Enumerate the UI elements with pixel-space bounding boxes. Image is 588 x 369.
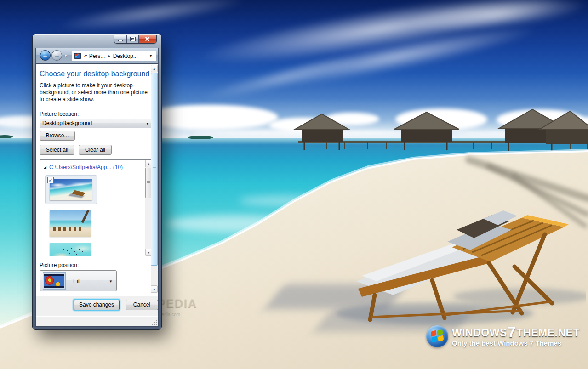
breadcrumb[interactable]: « Pers... ▶ Desktop... ▼ [72,51,156,61]
beach-umbrellas-thumbnail[interactable] [50,210,91,237]
brand-theme-net: THEME.NET [517,328,580,338]
brand-tagline: Only the best Windows 7 Themes [452,340,580,346]
clear-all-button[interactable]: Clear all [79,145,112,155]
windows-flag-icon [430,329,444,342]
thumbnail-checkbox[interactable]: ✓ [47,177,54,183]
caption-buttons [114,35,157,44]
picture-location-value: DesktopBackground [42,120,92,126]
resize-grip[interactable] [152,320,157,325]
cancel-button[interactable]: Cancel [126,300,158,310]
distant-island [188,136,213,139]
page-title: Choose your desktop background [40,70,158,78]
close-icon [145,37,150,41]
brand-seven: 7 [508,326,516,338]
breadcrumb-separator-icon[interactable]: ▶ [106,54,112,58]
picture-position-label: Picture position: [40,262,158,268]
fit-preview-frame [43,272,66,290]
breadcrumb-item-personalization[interactable]: Pers... [88,53,106,59]
picture-position-value: Fit [73,278,80,284]
beach-lounger-thumbnail[interactable] [50,179,92,200]
browse-button[interactable]: Browse... [40,131,75,141]
dropdown-arrow-icon: ▼ [146,119,149,128]
picture-position-dropdown[interactable]: Fit ▼ [40,270,117,291]
group-expanded-icon[interactable]: ◢ [43,165,46,170]
brand-text: WINDOWS 7 THEME.NET Only the best Window… [452,326,580,346]
page-scrollbar[interactable]: ▲ ▼ [151,65,158,293]
wooden-lounge-chair [329,198,586,329]
close-button[interactable] [139,35,156,43]
picture-location-label: Picture location: [40,111,158,117]
minimize-button[interactable] [114,35,127,43]
desktop-background-window: ← → ▼ « Pers... ▶ Desktop... ▼ Choose yo… [32,34,162,330]
scroll-down-icon[interactable]: ▼ [151,285,158,293]
window-client-area: Choose your desktop background Click a p… [35,63,159,327]
address-dropdown-icon[interactable]: ▼ [149,54,153,58]
save-changes-button[interactable]: Save changes [74,300,120,310]
select-all-button[interactable]: Select all [40,145,74,155]
picture-location-dropdown[interactable]: DesktopBackground ▼ [40,119,153,128]
windows-orb-icon [426,325,448,347]
folder-group-label: C:\Users\Softpedia\App... (10) [49,164,123,170]
maximize-button[interactable] [127,35,139,43]
scroll-up-icon[interactable]: ▲ [151,65,158,72]
maximize-icon [131,37,135,41]
overwater-bungalows [276,105,588,153]
page-scrollbar-thumb[interactable] [151,73,158,266]
minimize-icon [118,40,123,41]
theme-site-watermark: WINDOWS 7 THEME.NET Only the best Window… [426,325,580,347]
background-picture-list[interactable]: ◢ C:\Users\Softpedia\App... (10) ✓ ▲ ▼ [40,159,153,256]
command-footer: Save changes Cancel [36,296,158,316]
brand-windows: WINDOWS [452,328,507,338]
page-description: Click a picture to make it your desktop … [40,82,149,103]
dropdown-arrow-icon: ▼ [109,279,113,284]
selection-buttons-row: Select all Clear all [40,145,158,155]
recent-pages-chevron-icon[interactable]: ▼ [64,54,68,58]
breadcrumb-overflow-chevron[interactable]: « [83,53,88,59]
page-content: Choose your desktop background Click a p… [36,64,158,296]
status-bar [36,316,158,326]
personalization-icon [74,53,81,59]
beach-aerial-thumbnail[interactable] [50,243,91,256]
breadcrumb-item-desktop-background[interactable]: Desktop... [112,53,139,59]
navigation-bar: ← → ▼ « Pers... ▶ Desktop... ▼ [35,48,159,63]
title-bar[interactable] [33,34,161,48]
back-button[interactable]: ← [40,50,51,61]
fit-preview-image [44,274,64,288]
thumbnail-selection-highlight: ✓ [45,175,97,204]
folder-group-header[interactable]: ◢ C:\Users\Softpedia\App... (10) [43,164,123,170]
forward-button[interactable]: → [51,50,62,61]
